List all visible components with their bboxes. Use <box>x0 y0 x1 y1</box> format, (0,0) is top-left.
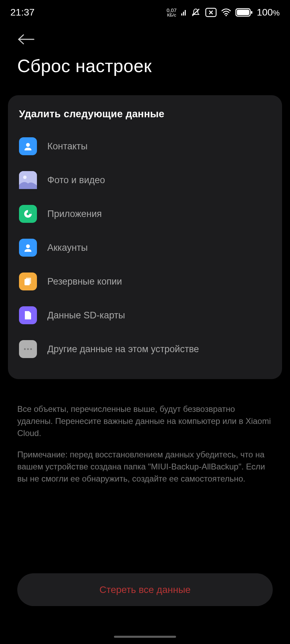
list-item-label: Аккаунты <box>47 242 88 253</box>
svg-rect-19 <box>25 279 30 285</box>
list-item-accounts: Аккаунты <box>19 231 271 265</box>
svg-point-21 <box>27 348 29 350</box>
data-list-card: Удалить следующие данные Контакты Фото и… <box>8 95 282 379</box>
photo-icon <box>19 171 37 189</box>
page-title: Сброс настроек <box>0 49 290 90</box>
list-item-label: Фото и видео <box>47 175 105 186</box>
wifi-icon <box>221 8 231 17</box>
account-icon <box>19 239 37 257</box>
sdcard-icon <box>19 306 37 324</box>
gesture-bar[interactable] <box>114 636 176 638</box>
list-item-label: Данные SD-карты <box>47 310 125 321</box>
back-button[interactable] <box>0 21 290 49</box>
status-bar: 21:37 0,07 КБ/с <box>0 0 290 21</box>
sim-error-icon <box>205 8 217 17</box>
svg-rect-0 <box>181 13 182 16</box>
svg-point-17 <box>26 245 30 248</box>
apps-icon <box>19 205 37 223</box>
status-right: 0,07 КБ/с <box>167 7 280 18</box>
svg-point-20 <box>24 348 26 350</box>
network-speed: 0,07 КБ/с <box>167 8 177 17</box>
svg-rect-2 <box>185 10 186 16</box>
svg-point-12 <box>26 143 30 147</box>
backup-icon <box>19 273 37 290</box>
list-item-sdcard: Данные SD-карты <box>19 298 271 332</box>
list-item-label: Приложения <box>47 209 102 219</box>
status-time: 21:37 <box>10 7 35 18</box>
contact-icon <box>19 137 37 155</box>
signal-icon <box>181 9 186 16</box>
list-item-other: Другие данные на этом устройстве <box>19 332 271 366</box>
erase-all-button[interactable]: Стереть все данные <box>17 573 273 606</box>
svg-rect-10 <box>251 11 252 14</box>
battery-text: 100% <box>257 7 280 18</box>
svg-rect-9 <box>237 10 249 15</box>
mute-icon <box>191 7 201 18</box>
list-item-label: Контакты <box>47 141 88 152</box>
svg-point-16 <box>27 212 29 215</box>
list-item-label: Другие данные на этом устройстве <box>47 344 199 355</box>
list-item-apps: Приложения <box>19 197 271 231</box>
svg-point-22 <box>30 348 32 350</box>
list-item-photos: Фото и видео <box>19 163 271 197</box>
info-text-2: Примечание: перед восстановлением данных… <box>17 449 273 485</box>
info-section: Все объекты, перечисленные выше, будут б… <box>0 384 290 502</box>
info-text-1: Все объекты, перечисленные выше, будут б… <box>17 403 273 439</box>
list-item-label: Резервные копии <box>47 276 122 287</box>
list-item-backups: Резервные копии <box>19 265 271 298</box>
battery-icon <box>235 8 253 17</box>
more-icon <box>19 340 37 358</box>
svg-point-7 <box>225 15 227 16</box>
card-title: Удалить следующие данные <box>19 108 271 120</box>
svg-rect-1 <box>183 12 184 16</box>
svg-point-14 <box>23 176 27 179</box>
list-item-contacts: Контакты <box>19 129 271 163</box>
